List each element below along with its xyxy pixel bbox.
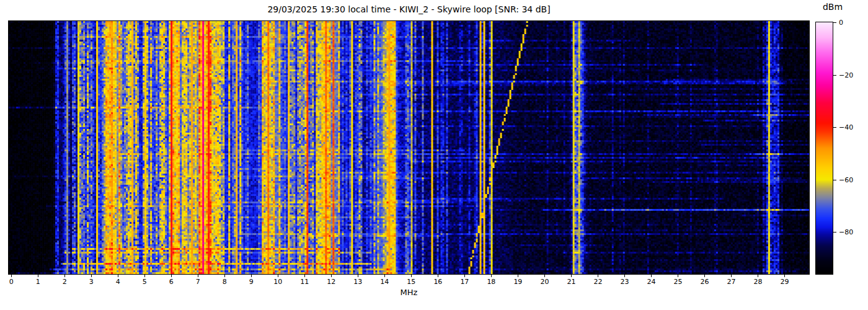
x-tick-mark	[64, 275, 65, 277]
x-tick-label: 24	[647, 278, 655, 286]
x-tick-mark	[731, 275, 732, 277]
x-tick-label: 26	[700, 278, 709, 286]
x-tick-label: 13	[353, 278, 362, 286]
x-tick-mark	[171, 275, 172, 277]
x-tick-mark	[278, 275, 278, 277]
x-tick-label: 21	[567, 278, 575, 286]
x-tick-mark	[598, 275, 598, 277]
x-tick-mark	[11, 275, 12, 277]
x-tick-mark	[38, 275, 38, 277]
x-tick-label: 22	[593, 278, 602, 286]
x-tick-label: 23	[620, 278, 629, 286]
x-tick-label: 2	[63, 278, 67, 286]
colorbar-tick-label: −20	[839, 71, 853, 79]
x-tick-mark	[91, 275, 92, 277]
x-tick-mark	[544, 275, 545, 277]
x-tick-label: 29	[780, 278, 789, 286]
x-tick-mark	[411, 275, 412, 277]
x-tick-mark	[464, 275, 465, 277]
x-tick-label: 16	[433, 278, 442, 286]
colorbar-tick-mark	[833, 22, 836, 23]
x-tick-label: 9	[249, 278, 254, 286]
x-tick-label: 8	[223, 278, 227, 286]
x-tick-label: 28	[753, 278, 762, 286]
x-tick-mark	[704, 275, 705, 277]
x-tick-mark	[358, 275, 358, 277]
plot-title: 29/03/2025 19:30 local time - KIWI_2 - S…	[9, 4, 809, 14]
x-tick-mark	[144, 275, 145, 277]
colorbar-tick-label: −80	[839, 228, 853, 236]
x-tick-mark	[438, 275, 438, 277]
x-tick-label: 12	[327, 278, 335, 286]
x-tick-mark	[118, 275, 118, 277]
x-tick-mark	[384, 275, 385, 277]
x-tick-label: 4	[116, 278, 120, 286]
x-tick-label: 19	[513, 278, 522, 286]
x-tick-label: 20	[540, 278, 549, 286]
x-tick-mark	[624, 275, 625, 277]
x-tick-label: 6	[169, 278, 174, 286]
colorbar-tick-label: −60	[839, 175, 853, 184]
x-tick-mark	[758, 275, 758, 277]
x-axis-label: MHz	[9, 288, 809, 297]
x-tick-label: 5	[143, 278, 147, 286]
x-tick-mark	[331, 275, 332, 277]
x-tick-mark	[198, 275, 198, 277]
x-tick-label: 7	[196, 278, 200, 286]
colorbar-tick-label: −40	[839, 123, 853, 131]
x-tick-mark	[678, 275, 678, 277]
colorbar-label: dBm	[813, 2, 852, 12]
x-tick-label: 1	[36, 278, 40, 286]
colorbar-tick-mark	[833, 232, 836, 232]
colorbar-tick-mark	[833, 75, 836, 76]
x-tick-label: 0	[9, 278, 14, 286]
x-tick-label: 17	[460, 278, 469, 286]
x-tick-label: 14	[380, 278, 389, 286]
colorbar-gradient	[815, 22, 833, 275]
x-tick-label: 10	[273, 278, 282, 286]
colorbar-tick-mark	[833, 180, 836, 180]
x-tick-mark	[224, 275, 225, 277]
x-tick-label: 25	[673, 278, 682, 286]
x-tick-label: 18	[487, 278, 495, 286]
x-tick-mark	[571, 275, 572, 277]
x-tick-mark	[491, 275, 492, 277]
x-tick-label: 11	[300, 278, 309, 286]
x-tick-label: 3	[89, 278, 94, 286]
spectrogram-figure: 29/03/2025 19:30 local time - KIWI_2 - S…	[0, 0, 868, 310]
x-tick-mark	[784, 275, 785, 277]
x-tick-mark	[651, 275, 652, 277]
colorbar-tick-label: 0	[839, 19, 843, 27]
colorbar-tick-mark	[833, 127, 836, 128]
x-tick-mark	[304, 275, 305, 277]
waterfall-heatmap	[8, 20, 810, 275]
x-tick-mark	[518, 275, 518, 277]
x-tick-label: 15	[407, 278, 415, 286]
x-tick-label: 27	[727, 278, 735, 286]
x-tick-mark	[251, 275, 252, 277]
